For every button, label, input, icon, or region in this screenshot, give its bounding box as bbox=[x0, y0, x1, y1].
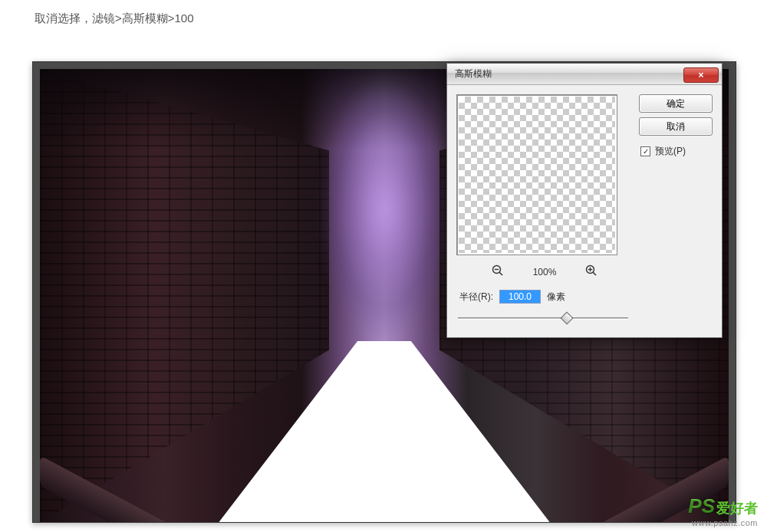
instruction-text: 取消选择，滤镜>高斯模糊>100 bbox=[0, 0, 767, 38]
zoom-level: 100% bbox=[525, 267, 564, 277]
preview-checkbox-row[interactable]: ✓ 预览(P) bbox=[639, 145, 713, 158]
watermark-cn: 爱好者 bbox=[716, 499, 758, 517]
dialog-body: 100% 半径(R): 像素 确定 取消 ✓ 预览(P) bbox=[447, 85, 722, 337]
alley-purple-glow bbox=[301, 87, 467, 360]
button-column: 确定 取消 ✓ 预览(P) bbox=[639, 94, 713, 328]
watermark-logo: PS 爱好者 bbox=[688, 494, 758, 518]
preview-checkbox[interactable]: ✓ bbox=[640, 146, 650, 156]
preview-checkbox-label: 预览(P) bbox=[655, 145, 686, 158]
preview-area[interactable] bbox=[456, 94, 617, 255]
zoom-in-icon[interactable] bbox=[585, 264, 597, 279]
ok-button[interactable]: 确定 bbox=[639, 94, 713, 113]
zoom-controls: 100% bbox=[456, 264, 633, 279]
close-button[interactable]: × bbox=[683, 67, 719, 83]
svg-line-4 bbox=[593, 272, 596, 275]
preview-column: 100% 半径(R): 像素 bbox=[456, 94, 633, 328]
transparency-checker bbox=[459, 97, 615, 253]
radius-slider[interactable] bbox=[458, 313, 628, 323]
dialog-title: 高斯模糊 bbox=[455, 67, 492, 80]
svg-line-1 bbox=[499, 272, 502, 275]
close-icon: × bbox=[698, 70, 703, 80]
slider-thumb[interactable] bbox=[561, 312, 574, 325]
check-icon: ✓ bbox=[643, 147, 649, 156]
dialog-titlebar[interactable]: 高斯模糊 × bbox=[447, 64, 722, 85]
radius-input[interactable] bbox=[499, 290, 541, 304]
watermark: PS 爱好者 www.psahz.com bbox=[688, 494, 758, 527]
radius-unit: 像素 bbox=[547, 291, 565, 304]
radius-row: 半径(R): 像素 bbox=[456, 290, 633, 304]
cancel-button[interactable]: 取消 bbox=[639, 117, 713, 136]
watermark-ps: PS bbox=[688, 494, 715, 518]
slider-rail bbox=[458, 317, 628, 320]
radius-label: 半径(R): bbox=[459, 291, 493, 304]
gaussian-blur-dialog: 高斯模糊 × 100% 半径(R): 像素 bbox=[446, 63, 723, 338]
watermark-url: www.psahz.com bbox=[692, 518, 758, 527]
zoom-out-icon[interactable] bbox=[492, 264, 504, 279]
